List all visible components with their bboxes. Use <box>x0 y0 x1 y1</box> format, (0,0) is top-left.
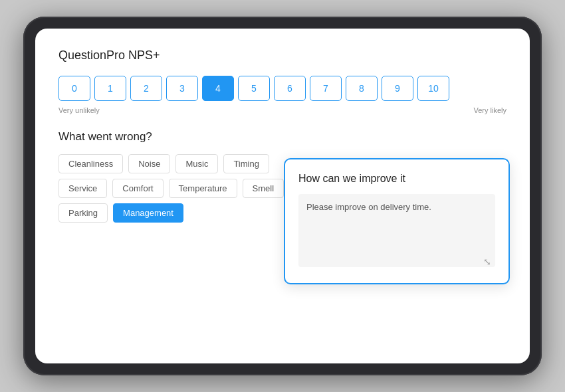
wrong-question: What went wrong? <box>58 130 507 144</box>
nps-labels: Very unlikely Very likely <box>58 106 507 114</box>
nps-button-2[interactable]: 2 <box>130 76 162 101</box>
improvement-textarea[interactable] <box>298 194 495 267</box>
tag-temperature[interactable]: Temperature <box>169 179 237 198</box>
improvement-title: How can we improve it <box>298 173 495 185</box>
nps-label-low: Very unlikely <box>58 106 100 114</box>
tablet-frame: QuestionPro NPS+ 012345678910 Very unlik… <box>23 17 542 375</box>
nps-button-5[interactable]: 5 <box>238 76 270 101</box>
resize-handle-icon: ⤡ <box>483 256 491 267</box>
tag-comfort[interactable]: Comfort <box>112 179 163 198</box>
nps-button-8[interactable]: 8 <box>346 76 378 101</box>
tags-container: CleanlinessNoiseMusicTimingServiceComfor… <box>58 154 298 223</box>
tag-parking[interactable]: Parking <box>58 203 108 223</box>
nps-button-0[interactable]: 0 <box>58 76 90 101</box>
tag-timing[interactable]: Timing <box>223 154 269 173</box>
nps-button-9[interactable]: 9 <box>382 76 413 101</box>
tag-management[interactable]: Management <box>113 203 183 223</box>
nps-button-6[interactable]: 6 <box>274 76 306 101</box>
tag-noise[interactable]: Noise <box>128 154 170 173</box>
nps-button-7[interactable]: 7 <box>310 76 342 101</box>
nps-button-3[interactable]: 3 <box>166 76 198 101</box>
nps-scale: 012345678910 <box>58 76 507 101</box>
nps-button-4[interactable]: 4 <box>202 76 234 101</box>
nps-label-high: Very likely <box>473 106 507 114</box>
nps-button-1[interactable]: 1 <box>94 76 126 101</box>
textarea-wrapper: ⤡ <box>298 194 495 270</box>
tag-music[interactable]: Music <box>175 154 218 173</box>
tablet-screen: QuestionPro NPS+ 012345678910 Very unlik… <box>35 29 530 363</box>
tag-smell[interactable]: Smell <box>243 179 284 198</box>
tag-cleanliness[interactable]: Cleanliness <box>58 154 123 173</box>
tag-service[interactable]: Service <box>58 179 107 198</box>
improvement-card: How can we improve it ⤡ <box>284 158 510 284</box>
survey-title: QuestionPro NPS+ <box>58 49 507 62</box>
nps-button-10[interactable]: 10 <box>417 76 449 101</box>
